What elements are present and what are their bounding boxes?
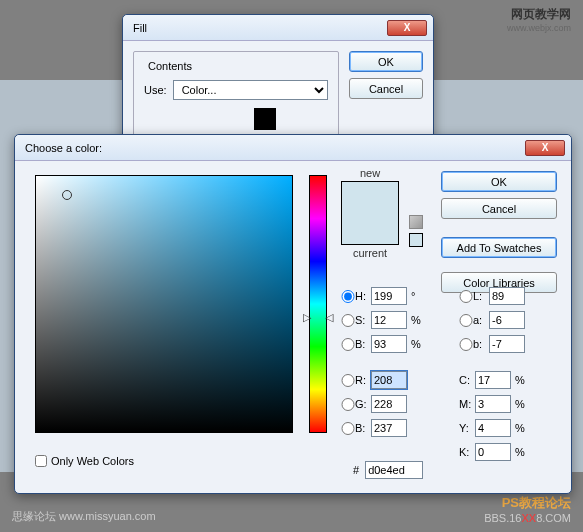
bv-label: B: [355, 338, 371, 350]
close-icon[interactable]: X [387, 20, 427, 36]
l-input[interactable] [489, 287, 525, 305]
s-radio[interactable] [341, 314, 355, 327]
hue-pointer-icon [303, 311, 333, 324]
bv-input[interactable] [371, 335, 407, 353]
c-label: C: [459, 374, 475, 386]
picker-title: Choose a color: [21, 142, 525, 154]
only-web-colors-label: Only Web Colors [51, 455, 134, 467]
bb-input[interactable] [371, 419, 407, 437]
r-input[interactable] [371, 371, 407, 389]
fill-cancel-button[interactable]: Cancel [349, 78, 423, 99]
h-label: H: [355, 290, 371, 302]
s-input[interactable] [371, 311, 407, 329]
l-radio[interactable] [459, 290, 473, 303]
saturation-value-field[interactable] [35, 175, 293, 433]
color-preview-swatch[interactable] [341, 181, 399, 245]
lab-b-radio[interactable] [459, 338, 473, 351]
bb-label: B: [355, 422, 371, 434]
picker-titlebar[interactable]: Choose a color: X [15, 135, 571, 161]
s-unit: % [411, 314, 425, 326]
lab-b-input[interactable] [489, 335, 525, 353]
use-label: Use: [144, 84, 167, 96]
fill-titlebar[interactable]: Fill X [123, 15, 433, 41]
web-safe-swatch-icon[interactable] [409, 233, 423, 247]
c-unit: % [515, 374, 529, 386]
a-input[interactable] [489, 311, 525, 329]
watermark-top-right: 网页教学网 www.webjx.com [507, 6, 571, 33]
m-input[interactable] [475, 395, 511, 413]
contents-legend: Contents [144, 60, 196, 72]
r-radio[interactable] [341, 374, 355, 387]
contents-fieldset: Contents Use: Color... [133, 51, 339, 145]
gamut-warning-icon[interactable] [409, 215, 423, 229]
y-input[interactable] [475, 419, 511, 437]
g-label: G: [355, 398, 371, 410]
s-label: S: [355, 314, 371, 326]
hex-input[interactable] [365, 461, 423, 479]
bv-unit: % [411, 338, 425, 350]
k-unit: % [515, 446, 529, 458]
y-label: Y: [459, 422, 475, 434]
watermark-bottom-right: PS教程论坛 BBS.16XX8.COM [484, 494, 571, 524]
m-unit: % [515, 398, 529, 410]
l-label: L: [473, 290, 489, 302]
a-radio[interactable] [459, 314, 473, 327]
new-current-preview: new current [341, 167, 399, 259]
r-label: R: [355, 374, 371, 386]
k-input[interactable] [475, 443, 511, 461]
fill-ok-button[interactable]: OK [349, 51, 423, 72]
picker-cancel-button[interactable]: Cancel [441, 198, 557, 219]
close-icon[interactable]: X [525, 140, 565, 156]
fill-title: Fill [129, 22, 387, 34]
picker-ok-button[interactable]: OK [441, 171, 557, 192]
h-input[interactable] [371, 287, 407, 305]
bb-radio[interactable] [341, 422, 355, 435]
color-picker-dialog: Choose a color: X new current OK Cancel … [14, 134, 572, 494]
c-input[interactable] [475, 371, 511, 389]
a-label: a: [473, 314, 489, 326]
bv-radio[interactable] [341, 338, 355, 351]
add-to-swatches-button[interactable]: Add To Swatches [441, 237, 557, 258]
h-unit: ° [411, 290, 425, 302]
use-select[interactable]: Color... [173, 80, 328, 100]
hue-slider[interactable] [309, 175, 327, 433]
only-web-colors-checkbox[interactable] [35, 455, 47, 467]
k-label: K: [459, 446, 475, 458]
fill-dialog: Fill X Contents Use: Color... OK Cancel [122, 14, 434, 154]
current-label: current [341, 247, 399, 259]
fill-color-swatch[interactable] [254, 108, 276, 130]
m-label: M: [459, 398, 475, 410]
sv-cursor-icon [62, 190, 72, 200]
watermark-bottom-left: 思缘论坛 www.missyuan.com [12, 509, 156, 524]
g-radio[interactable] [341, 398, 355, 411]
new-label: new [341, 167, 399, 179]
hex-prefix: # [353, 464, 359, 476]
lab-b-label: b: [473, 338, 489, 350]
h-radio[interactable] [341, 290, 355, 303]
g-input[interactable] [371, 395, 407, 413]
y-unit: % [515, 422, 529, 434]
